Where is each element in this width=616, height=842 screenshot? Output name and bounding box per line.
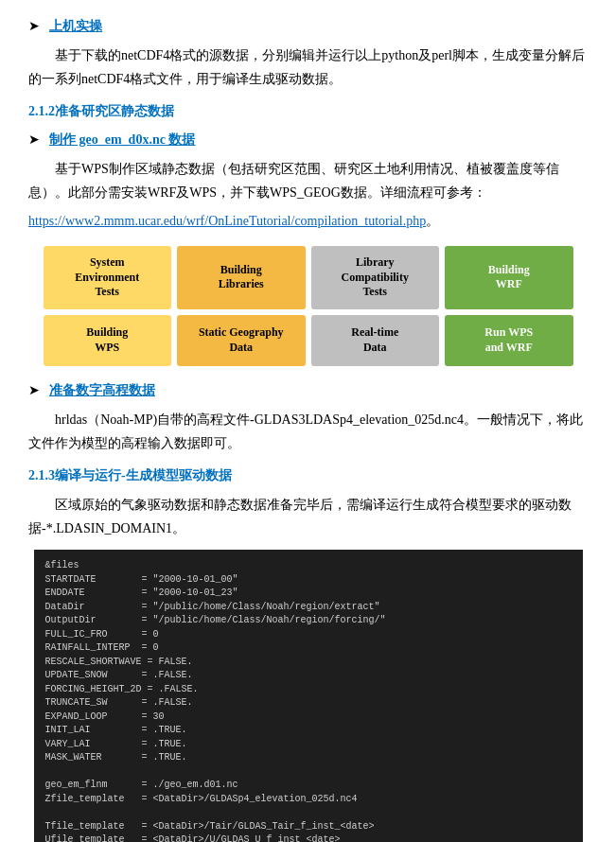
section-213-heading: 2.1.3编译与运行-生成模型驱动数据 [28, 465, 588, 487]
wps-cell-static-geography-data: Static Geography Data [177, 315, 306, 366]
wps-cell-real-time-data: Real-time Data [311, 315, 440, 366]
para-dem: hrldas（Noah-MP)自带的高程文件-GLDAS3LDASp4_elev… [28, 408, 588, 455]
wrf-link[interactable]: https://www2.mmm.ucar.edu/wrf/OnLineTuto… [28, 214, 426, 228]
arrow-icon-dem: ➤ [28, 379, 42, 402]
bullet-geo: ➤ 制作 geo_em_d0x.nc 数据 [28, 129, 588, 151]
bullet-label-geo: 制作 geo_em_d0x.nc 数据 [49, 129, 195, 151]
arrow-icon-geo: ➤ [28, 129, 42, 151]
bullet-shangji: ➤ 上机实操 [28, 15, 588, 38]
bullet-label-dem: 准备数字高程数据 [49, 379, 155, 402]
link-container: https://www2.mmm.ucar.edu/wrf/OnLineTuto… [28, 210, 588, 233]
wps-cell-building-libraries: Building Libraries [177, 246, 306, 309]
link-suffix: 。 [426, 214, 439, 228]
wps-cell-building-wps: Building WPS [44, 315, 172, 366]
para-shangji: 基于下载的netCDF4格式的源数据，分别编辑并运行以上python及perl脚… [28, 44, 588, 91]
para-213: 区域原始的气象驱动数据和静态数据准备完毕后，需编译运行生成符合模型要求的驱动数据… [28, 493, 588, 540]
wps-cell-run-wps-and-wrf: Run WPS and WRF [445, 315, 573, 366]
wps-cell-library-compatibility-tests: Library Compatibility Tests [311, 246, 440, 309]
page-container: ➤ 上机实操 基于下载的netCDF4格式的源数据，分别编辑并运行以上pytho… [0, 0, 616, 842]
section-212-heading: 2.1.2准备研究区静态数据 [28, 100, 588, 123]
bullet-label-shangji: 上机实操 [49, 15, 102, 38]
code-block: &files STARTDATE = "2000-10-01_00" ENDDA… [34, 550, 583, 842]
arrow-icon: ➤ [28, 15, 42, 38]
para-geo: 基于WPS制作区域静态数据（包括研究区范围、研究区土地利用情况、植被覆盖度等信息… [28, 157, 588, 204]
bullet-dem: ➤ 准备数字高程数据 [28, 379, 588, 402]
wps-cell-building-wrf: Building WRF [445, 246, 573, 309]
wps-cell-system-environment-tests: System Environment Tests [44, 246, 172, 309]
wps-diagram-grid: System Environment TestsBuilding Librari… [44, 246, 573, 366]
